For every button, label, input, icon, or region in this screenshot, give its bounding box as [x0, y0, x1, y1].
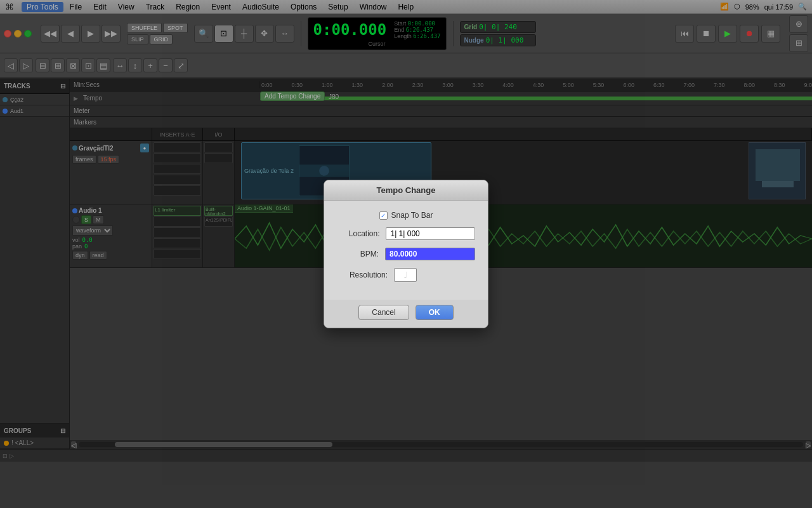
dialog-title: Tempo Change	[377, 185, 436, 195]
dialog-titlebar: Tempo Change	[324, 180, 488, 201]
bpm-input[interactable]	[385, 248, 475, 260]
snap-to-bar-row: ✓ Snap To Bar	[337, 211, 475, 220]
dialog-body: ✓ Snap To Bar Location: BPM: Resolution:…	[324, 201, 488, 300]
location-row: Location:	[337, 227, 475, 240]
snap-to-bar-label: Snap To Bar	[391, 211, 433, 220]
resolution-row: Resolution: ♩	[337, 268, 475, 282]
location-label: Location:	[337, 229, 379, 238]
dialog-footer: Cancel OK	[324, 300, 488, 328]
bpm-label: BPM:	[337, 250, 379, 258]
tempo-change-dialog: Tempo Change ✓ Snap To Bar Location: BPM…	[324, 180, 488, 328]
snap-to-bar-checkbox[interactable]: ✓	[379, 211, 388, 220]
bpm-row: BPM:	[337, 248, 475, 260]
ok-button[interactable]: OK	[416, 305, 454, 320]
location-input[interactable]	[386, 227, 475, 240]
resolution-label: Resolution:	[337, 271, 388, 279]
resolution-display: ♩	[394, 268, 417, 282]
cancel-button[interactable]: Cancel	[358, 305, 409, 320]
modal-overlay: Tempo Change ✓ Snap To Bar Location: BPM…	[0, 0, 812, 508]
